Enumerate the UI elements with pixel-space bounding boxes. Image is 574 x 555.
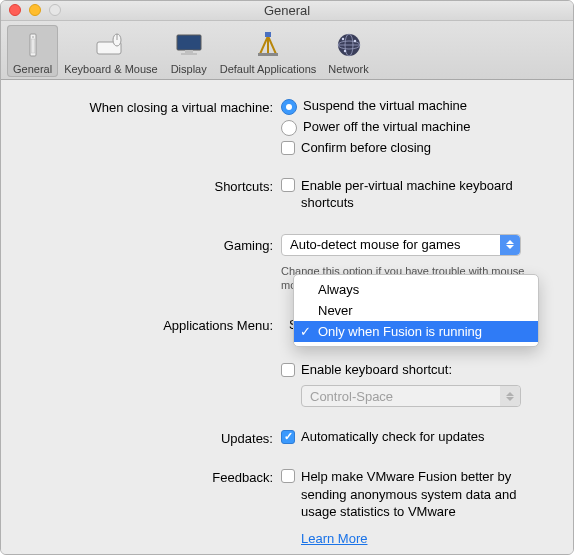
minimize-button[interactable] xyxy=(29,4,41,16)
checkbox-feedback-label: Help make VMware Fusion better by sendin… xyxy=(301,468,541,521)
checkbox-enable-kb-shortcut[interactable] xyxy=(281,363,295,377)
appmenu-label: Applications Menu: xyxy=(21,314,281,333)
toolbar-item-default-apps[interactable]: Default Applications xyxy=(214,25,323,77)
svg-rect-12 xyxy=(258,53,278,56)
toolbar: General Keyboard & Mouse Display xyxy=(1,21,573,80)
zoom-button xyxy=(49,4,61,16)
updates-label: Updates: xyxy=(21,429,281,446)
svg-rect-7 xyxy=(185,50,193,53)
checkbox-confirm-label: Confirm before closing xyxy=(301,140,431,155)
checkbox-feedback[interactable] xyxy=(281,469,295,483)
toolbar-label: Keyboard & Mouse xyxy=(64,63,158,75)
gaming-label: Gaming: xyxy=(21,234,281,253)
radio-suspend[interactable] xyxy=(281,99,297,115)
toolbar-label: General xyxy=(13,63,52,75)
learn-more-link[interactable]: Learn More xyxy=(301,531,367,546)
toolbar-item-network[interactable]: Network xyxy=(322,25,374,77)
appmenu-option-always[interactable]: Always xyxy=(294,279,538,300)
titlebar: General xyxy=(1,1,573,21)
checkbox-per-vm-shortcuts-label: Enable per-virtual machine keyboard shor… xyxy=(301,177,531,212)
radio-poweroff[interactable] xyxy=(281,120,297,136)
appmenu-option-never[interactable]: Never xyxy=(294,300,538,321)
svg-rect-8 xyxy=(181,53,197,55)
default-apps-icon xyxy=(252,29,284,61)
checkbox-auto-updates-label: Automatically check for updates xyxy=(301,429,485,444)
checkbox-auto-updates[interactable] xyxy=(281,430,295,444)
toolbar-label: Display xyxy=(171,63,207,75)
svg-rect-2 xyxy=(31,39,35,53)
checkbox-per-vm-shortcuts[interactable] xyxy=(281,178,295,192)
feedback-label: Feedback: xyxy=(21,468,281,485)
gaming-select[interactable]: Auto-detect mouse for games xyxy=(281,234,521,256)
kb-shortcut-select: Control-Space xyxy=(301,385,521,407)
toolbar-item-general[interactable]: General xyxy=(7,25,58,77)
network-icon xyxy=(333,29,365,61)
svg-rect-6 xyxy=(177,35,201,50)
checkbox-enable-kb-shortcut-label: Enable keyboard shortcut: xyxy=(301,362,452,377)
svg-point-17 xyxy=(341,37,343,39)
gaming-select-value: Auto-detect mouse for games xyxy=(290,237,461,252)
kb-shortcut-value: Control-Space xyxy=(310,389,393,404)
toolbar-label: Network xyxy=(328,63,368,75)
svg-point-18 xyxy=(353,39,355,41)
svg-point-19 xyxy=(343,49,345,51)
svg-rect-11 xyxy=(265,32,271,37)
display-icon xyxy=(173,29,205,61)
checkbox-confirm-closing[interactable] xyxy=(281,141,295,155)
window-title: General xyxy=(1,3,573,18)
toolbar-item-keyboard-mouse[interactable]: Keyboard & Mouse xyxy=(58,25,164,77)
traffic-lights xyxy=(9,4,61,16)
radio-suspend-label: Suspend the virtual machine xyxy=(303,98,467,113)
toolbar-label: Default Applications xyxy=(220,63,317,75)
radio-poweroff-label: Power off the virtual machine xyxy=(303,119,470,134)
select-arrows-icon xyxy=(500,386,520,406)
toolbar-item-display[interactable]: Display xyxy=(164,25,214,77)
appmenu-option-only-running[interactable]: ✓ Only when Fusion is running xyxy=(294,321,538,342)
keyboard-mouse-icon xyxy=(95,29,127,61)
select-arrows-icon xyxy=(500,235,520,255)
closing-label: When closing a virtual machine: xyxy=(21,98,281,115)
general-icon xyxy=(17,29,49,61)
content-pane: When closing a virtual machine: Suspend … xyxy=(1,80,573,554)
checkmark-icon: ✓ xyxy=(300,324,311,339)
preferences-window: General General Keyboard & Mouse xyxy=(0,0,574,555)
svg-point-1 xyxy=(32,36,33,37)
shortcuts-label: Shortcuts: xyxy=(21,177,281,194)
appmenu-dropdown: Always Never ✓ Only when Fusion is runni… xyxy=(293,274,539,347)
close-button[interactable] xyxy=(9,4,21,16)
